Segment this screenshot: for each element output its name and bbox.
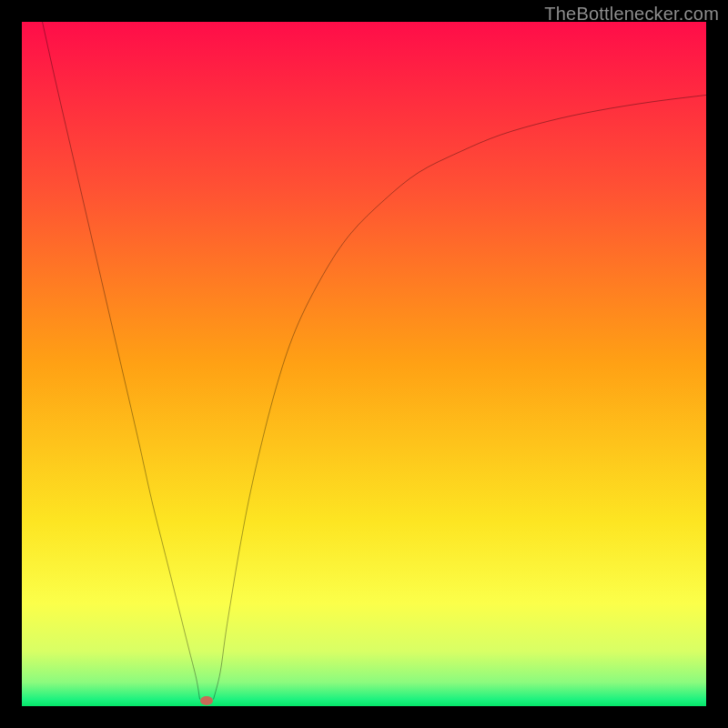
curve-right [214,95,706,699]
plot-area [22,22,706,706]
highlight-marker [200,696,213,705]
chart-curve-layer [22,22,706,706]
chart-container: TheBottlenecker.com [0,0,728,728]
curve-left [43,22,200,699]
source-attribution: TheBottlenecker.com [544,4,719,25]
